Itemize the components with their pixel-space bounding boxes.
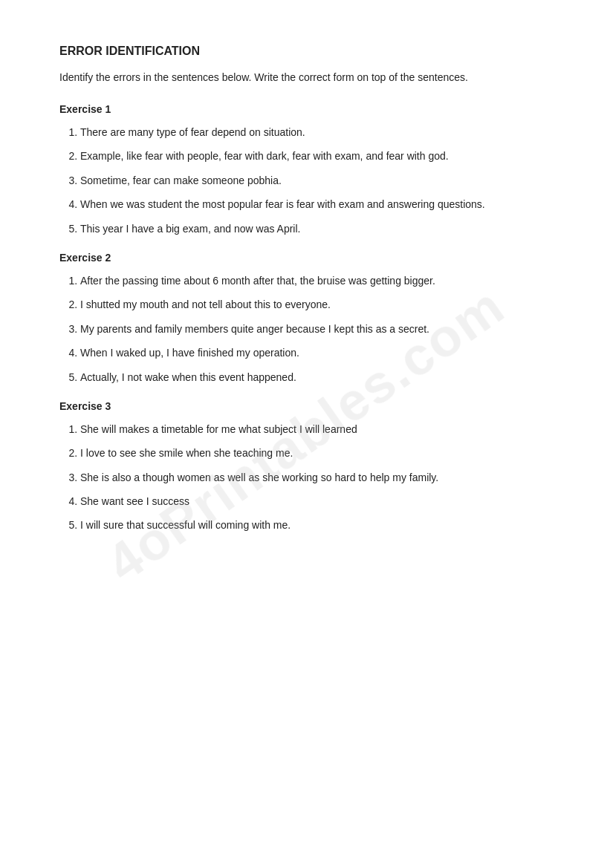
exercises-container: Exercise 1There are many type of fear de… bbox=[59, 103, 551, 534]
exercise-2-title: Exercise 2 bbox=[59, 252, 551, 264]
exercise-1-item-1: There are many type of fear depend on si… bbox=[80, 124, 551, 140]
exercise-3-list: She will makes a timetable for me what s… bbox=[59, 421, 551, 534]
exercise-2-item-5: Actually, I not wake when this event hap… bbox=[80, 369, 551, 385]
exercise-1-item-2: Example, like fear with people, fear wit… bbox=[80, 148, 551, 164]
exercise-1: Exercise 1There are many type of fear de… bbox=[59, 103, 551, 237]
exercise-3-title: Exercise 3 bbox=[59, 400, 551, 412]
exercise-3-item-5: I will sure that successful will coming … bbox=[80, 517, 551, 533]
exercise-2-item-3: My parents and family members quite ange… bbox=[80, 321, 551, 337]
exercise-3: Exercise 3She will makes a timetable for… bbox=[59, 400, 551, 534]
exercise-2-item-4: When I waked up, I have finished my oper… bbox=[80, 345, 551, 361]
page-title: ERROR IDENTIFICATION bbox=[59, 45, 551, 58]
exercise-3-item-4: She want see I success bbox=[80, 493, 551, 509]
exercise-1-list: There are many type of fear depend on si… bbox=[59, 124, 551, 237]
exercise-2-list: After the passing time about 6 month aft… bbox=[59, 273, 551, 385]
exercise-3-item-2: I love to see she smile when she teachin… bbox=[80, 445, 551, 461]
exercise-3-item-1: She will makes a timetable for me what s… bbox=[80, 421, 551, 437]
exercise-2-item-2: I shutted my mouth and not tell about th… bbox=[80, 296, 551, 313]
instructions: Identify the errors in the sentences bel… bbox=[59, 70, 551, 85]
exercise-1-item-4: When we was student the most popular fea… bbox=[80, 196, 551, 212]
exercise-3-item-3: She is also a though women as well as sh… bbox=[80, 469, 551, 486]
exercise-2: Exercise 2After the passing time about 6… bbox=[59, 252, 551, 385]
exercise-1-item-3: Sometime, fear can make someone pobhia. bbox=[80, 172, 551, 189]
exercise-1-title: Exercise 1 bbox=[59, 103, 551, 115]
exercise-2-item-1: After the passing time about 6 month aft… bbox=[80, 273, 551, 289]
exercise-1-item-5: This year I have a big exam, and now was… bbox=[80, 221, 551, 237]
